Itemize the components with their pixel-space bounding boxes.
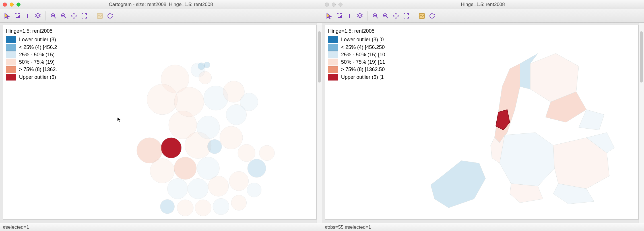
legend-item[interactable]: > 75% (8) [1362. <box>6 66 57 73</box>
select-rect-icon[interactable] <box>13 12 22 20</box>
legend-item[interactable]: 25% - 50% (15) [10 <box>328 51 385 58</box>
bubble-selected[interactable] <box>161 138 181 158</box>
bubble[interactable] <box>247 183 261 197</box>
legend[interactable]: Hinge=1.5: rent2008 Lower outlier (3) [0… <box>325 25 388 84</box>
map-region[interactable] <box>579 110 604 130</box>
map-region[interactable] <box>510 183 543 203</box>
zoom-in-icon[interactable] <box>371 12 380 20</box>
legend-swatch <box>6 66 16 73</box>
window-cartogram: Cartogram - size: rent2008, Hinge=1.5: r… <box>0 0 322 231</box>
window-map: Hinge=1.5: rent2008 <box>322 0 644 231</box>
pointer-icon[interactable] <box>3 12 11 20</box>
pan-icon[interactable] <box>70 12 78 20</box>
titlebar[interactable]: Hinge=1.5: rent2008 <box>322 0 644 9</box>
zoom-icon[interactable] <box>16 3 20 7</box>
legend-item[interactable]: 25% - 50% (15) <box>6 51 57 58</box>
legend-label: 25% - 50% (15) <box>19 51 55 58</box>
bubble[interactable] <box>238 144 255 162</box>
fit-icon[interactable] <box>402 12 410 20</box>
status-text: #selected=1 <box>3 224 29 230</box>
layers-icon[interactable] <box>356 12 364 20</box>
legend-swatch <box>6 51 16 58</box>
legend-item[interactable]: Upper outlier (6) [1 <box>328 74 385 81</box>
map-region[interactable] <box>494 64 520 143</box>
zoom-out-icon[interactable] <box>381 12 390 20</box>
legend-title: Hinge=1.5: rent2008 <box>6 28 57 34</box>
legend-swatch <box>328 36 338 43</box>
minimize-icon[interactable] <box>332 3 336 7</box>
legend-label: 50% - 75% (19) <box>19 59 55 65</box>
bubble[interactable] <box>174 157 197 180</box>
legend-label: > 75% (8) [1362.50 <box>341 66 385 73</box>
statusbar: #obs=55 #selected=1 <box>322 223 644 231</box>
bubble[interactable] <box>208 176 229 196</box>
close-icon[interactable] <box>3 3 7 7</box>
content-area: Hinge=1.5: rent2008 Lower outlier (3) [0… <box>322 23 644 223</box>
vertical-scrollbar[interactable] <box>317 23 322 223</box>
bubble[interactable] <box>213 198 229 214</box>
svg-point-1 <box>18 16 20 18</box>
legend-item[interactable]: < 25% (4) [456.250 <box>328 44 385 51</box>
legend-item[interactable]: Lower outlier (3) <box>6 36 57 43</box>
bubble[interactable] <box>247 159 266 178</box>
bubble[interactable] <box>198 63 205 70</box>
bubble[interactable] <box>160 199 174 214</box>
bubble[interactable] <box>147 84 178 115</box>
zoom-in-icon[interactable] <box>49 12 58 20</box>
legend-swatch <box>6 59 16 65</box>
zoom-out-icon[interactable] <box>59 12 68 20</box>
bubble[interactable] <box>167 178 188 199</box>
plus-icon[interactable] <box>345 12 354 20</box>
bubble[interactable] <box>240 93 258 111</box>
scrollbar-thumb[interactable] <box>318 31 321 82</box>
bubble[interactable] <box>188 178 208 199</box>
layers-icon[interactable] <box>34 12 42 20</box>
legend-title: Hinge=1.5: rent2008 <box>328 28 385 34</box>
legend-label: Upper outlier (6) [1 <box>341 74 384 81</box>
titlebar[interactable]: Cartogram - size: rent2008, Hinge=1.5: r… <box>0 0 322 9</box>
toolbar <box>322 9 644 23</box>
bubble[interactable] <box>220 126 243 149</box>
bubble[interactable] <box>199 71 212 84</box>
select-rect-icon[interactable] <box>335 12 344 20</box>
bubble[interactable] <box>150 158 174 183</box>
map-region[interactable] <box>431 161 486 208</box>
bubble[interactable] <box>197 116 220 139</box>
legend-item[interactable]: < 25% (4) [456.2 <box>6 44 57 51</box>
legend-item[interactable]: 50% - 75% (19) <box>6 59 57 65</box>
legend-item[interactable]: 50% - 75% (19) [11 <box>328 59 385 65</box>
basemap-icon[interactable] <box>418 12 426 20</box>
pan-icon[interactable] <box>392 12 400 20</box>
bubble[interactable] <box>207 139 222 154</box>
vertical-scrollbar[interactable] <box>639 23 644 223</box>
bubble[interactable] <box>231 195 247 211</box>
fit-icon[interactable] <box>80 12 88 20</box>
bubble[interactable] <box>195 200 211 216</box>
bubble[interactable] <box>204 62 210 68</box>
bubble[interactable] <box>229 171 249 191</box>
legend-item[interactable]: Upper outlier (6) <box>6 74 57 81</box>
refresh-icon[interactable] <box>428 12 436 20</box>
bubble[interactable] <box>259 145 274 161</box>
legend-label: Lower outlier (3) [0 <box>341 36 384 43</box>
window-title: Cartogram - size: rent2008, Hinge=1.5: r… <box>0 2 322 7</box>
plus-icon[interactable] <box>23 12 32 20</box>
zoom-icon[interactable] <box>338 3 342 7</box>
minimize-icon[interactable] <box>10 3 14 7</box>
scrollbar-thumb[interactable] <box>640 31 643 82</box>
map-region[interactable] <box>499 133 554 186</box>
legend-item[interactable]: > 75% (8) [1362.50 <box>328 66 385 73</box>
legend[interactable]: Hinge=1.5: rent2008 Lower outlier (3)< 2… <box>3 25 60 84</box>
legend-label: < 25% (4) [456.250 <box>341 44 385 51</box>
basemap-icon[interactable] <box>96 12 104 20</box>
legend-label: > 75% (8) [1362. <box>19 66 57 73</box>
traffic-lights <box>325 3 342 7</box>
legend-swatch <box>328 74 338 81</box>
legend-item[interactable]: Lower outlier (3) [0 <box>328 36 385 43</box>
close-icon[interactable] <box>325 3 329 7</box>
statusbar: #selected=1 <box>0 223 322 231</box>
refresh-icon[interactable] <box>106 12 114 20</box>
svg-point-6 <box>340 16 342 18</box>
bubble[interactable] <box>177 200 193 216</box>
pointer-icon[interactable] <box>325 12 333 20</box>
